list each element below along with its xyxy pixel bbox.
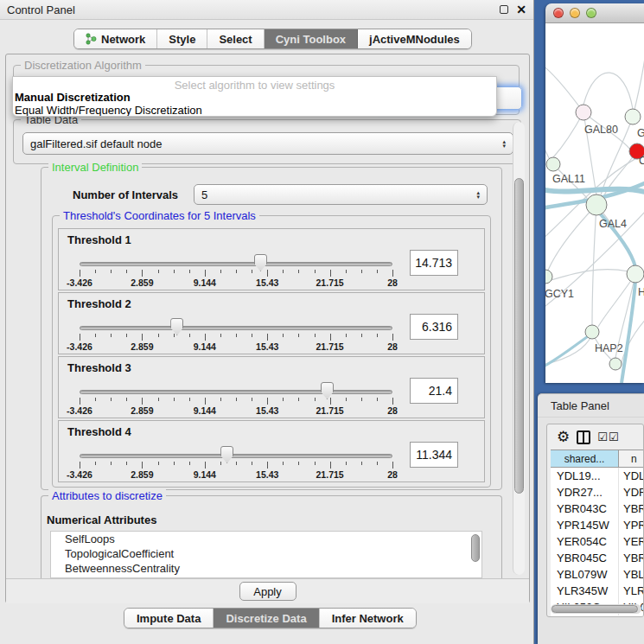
tab-jactivemnodules[interactable]: jActiveMNodules [358,29,471,48]
threshold-3-value[interactable]: 21.4 [410,378,458,404]
checkbox-icons[interactable]: ☑☑ [597,430,619,443]
cell-name[interactable]: YLR3 [619,583,644,599]
cell-name[interactable]: YBR0 [619,501,644,517]
table-data-combobox[interactable]: galFiltered.sif default node ▴▾ [22,132,513,155]
tick-mark [252,398,252,401]
table-row[interactable]: YER054CYER0 [551,533,644,550]
tab-infer-network[interactable]: Infer Network [320,609,416,628]
tab-select[interactable]: Select [207,29,264,48]
number-of-intervals-combobox[interactable]: 5 ▴▾ [194,184,488,205]
tick-mark [283,270,284,273]
tick-mark [283,462,284,465]
cell-name[interactable]: YPR1 [619,517,644,533]
table-row[interactable]: YLR345WYLR3 [551,583,644,599]
threshold-4-value[interactable]: 11.344 [410,442,458,468]
table-hscrollbar-thumb[interactable] [552,605,638,613]
slider-handle[interactable] [170,318,183,335]
cell-shared-name[interactable]: YER054C [551,533,619,550]
network-node[interactable] [545,270,552,284]
tab-style[interactable]: Style [157,29,207,48]
panel-scrollbar-thumb[interactable] [514,178,524,494]
slider-track[interactable] [80,262,392,266]
tick-mark [298,462,299,465]
tick-mark [298,334,299,337]
table-row[interactable]: YDR27...YDR2 [551,484,644,501]
network-node[interactable] [546,157,560,171]
float-window-icon[interactable] [500,5,508,14]
tick-mark [189,270,190,273]
threshold-2-panel: Threshold 2 -3.4262.8599.14415.4321.7152… [58,292,485,354]
gear-icon[interactable]: ⚙ [557,430,570,444]
cell-shared-name[interactable]: YBL079W [551,566,619,583]
table-row[interactable]: YBL079WYBL0 [551,566,644,583]
cell-shared-name[interactable]: YBR043C [551,501,619,517]
network-node-label: GCY1 [545,288,574,300]
slider-handle[interactable] [321,382,334,399]
tick-mark [361,462,362,465]
table-panel-body: ⚙ ☑☑ shared... n YDL19...YDL1YDR27...YDR… [546,424,644,617]
minimize-traffic-light-icon[interactable] [570,8,580,18]
attribute-list-item[interactable]: BetweennessCentrality [51,561,481,576]
tick-mark [142,334,143,341]
network-node[interactable] [585,325,599,339]
network-node[interactable] [586,194,607,215]
network-node[interactable] [576,105,591,120]
tab-impute-data[interactable]: Impute Data [124,609,214,628]
table-row[interactable]: YBR045CYBR0 [551,550,644,566]
tick-label: 21.715 [316,341,344,352]
tab-discretize-data[interactable]: Discretize Data [214,609,319,628]
cell-name[interactable]: YBR0 [619,550,644,566]
network-canvas[interactable]: GAL80GCGAL11GAL4GCY1HHAP2 [545,23,644,383]
attribute-list-item[interactable]: SelfLoops [51,532,481,546]
cell-name[interactable]: YBL0 [619,566,644,583]
apply-button[interactable]: Apply [239,582,296,601]
tab-cyni-toolbox[interactable]: Cyni Toolbox [265,29,358,48]
slider-track[interactable] [80,390,392,394]
zoom-traffic-light-icon[interactable] [586,8,596,18]
table-panel-window: Table Panel ⚙ ☑☑ shared... n YDL19...YDL… [538,393,644,644]
attribute-list-item[interactable]: TopologicalCoefficient [51,546,481,561]
tick-mark [330,398,331,405]
table-row[interactable]: YPR145WYPR1 [551,517,644,533]
column-layout-icon[interactable] [577,430,590,444]
cell-name[interactable]: YDL1 [619,468,644,484]
slider-track[interactable] [80,454,392,458]
slider-handle[interactable] [254,254,267,271]
cell-shared-name[interactable]: YDL19... [551,468,619,484]
cell-name[interactable]: YDR2 [619,484,644,501]
threshold-1-value[interactable]: 14.713 [410,250,458,276]
slider-handle[interactable] [220,446,233,463]
dropdown-option-equal-width[interactable]: Equal Width/Frequency Discretization [15,104,202,117]
network-node[interactable] [627,265,644,283]
tab-network[interactable]: Network [74,29,157,48]
cell-shared-name[interactable]: YDR27... [551,484,619,501]
cell-shared-name[interactable]: YPR145W [551,517,619,533]
table-horizontal-scrollbar[interactable] [551,604,641,614]
tick-mark [267,334,268,341]
cell-shared-name[interactable]: YLR345W [551,583,619,599]
threshold-2-value[interactable]: 6.316 [410,314,458,340]
tick-label: 9.144 [194,277,216,288]
tick-mark [330,462,331,469]
control-panel-window: Control Panel ✕ Network Style Select Cyn… [0,0,534,644]
column-header-name[interactable]: n [619,450,644,467]
table-row[interactable]: YBR043CYBR0 [551,501,644,517]
slider-track[interactable] [80,326,392,330]
tick-mark [158,462,159,465]
panel-scrollbar[interactable] [513,122,525,575]
close-traffic-light-icon[interactable] [553,8,564,18]
tick-mark [158,334,159,337]
tick-mark [205,334,206,341]
cell-name[interactable]: YER0 [619,533,644,550]
dropdown-option-manual[interactable]: Manual Discretization [15,91,131,104]
close-icon[interactable]: ✕ [516,5,526,14]
network-node[interactable] [609,358,622,370]
tick-mark [174,334,175,337]
table-row[interactable]: YDL19...YDL1 [551,468,644,484]
cell-shared-name[interactable]: YBR045C [551,550,619,566]
network-node[interactable] [625,109,641,124]
tick-mark [346,334,347,337]
network-node-label: C [639,155,644,167]
column-header-shared-name[interactable]: shared... [551,450,619,467]
list-scrollbar[interactable] [471,534,480,562]
